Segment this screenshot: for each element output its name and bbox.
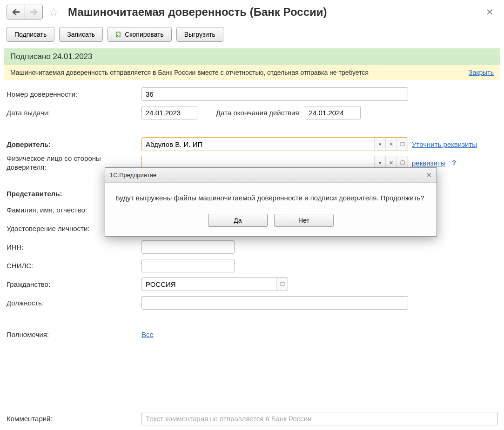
principal-input[interactable] — [142, 138, 374, 151]
citizenship-input[interactable] — [142, 278, 276, 291]
refine-person-link[interactable]: реквизиты — [412, 159, 446, 167]
label-citizenship: Гражданство: — [7, 280, 141, 288]
open-icon[interactable]: ❐ — [276, 278, 288, 291]
copy-button[interactable]: Скопировать — [108, 27, 172, 42]
label-end-date: Дата окончания действия: — [216, 109, 301, 117]
clear-icon[interactable]: ✕ — [385, 138, 396, 151]
dialog-no-button[interactable]: Нет — [274, 214, 334, 227]
label-powers: Полномочия: — [7, 331, 141, 338]
export-button[interactable]: Выгрузить — [176, 27, 223, 42]
label-issue-date: Дата выдачи: — [7, 109, 141, 117]
info-bar: Машиночитаемая доверенность отправляется… — [4, 65, 500, 80]
label-snils: СНИЛС: — [7, 262, 141, 270]
dialog-yes-button[interactable]: Да — [208, 214, 268, 227]
principal-lookup[interactable]: ▾ ✕ ❐ — [141, 137, 408, 151]
dialog-close-icon[interactable]: ✕ — [426, 171, 432, 179]
page-title: Машиночитаемая доверенность (Банк России… — [68, 6, 480, 19]
label-number: Номер доверенности: — [7, 90, 141, 98]
sign-button[interactable]: Подписать — [7, 27, 54, 42]
number-input[interactable] — [141, 87, 408, 101]
dropdown-icon[interactable]: ▾ — [374, 138, 385, 151]
issue-date-input[interactable] — [141, 106, 197, 119]
save-button[interactable]: Записать — [59, 27, 103, 42]
snils-input[interactable] — [141, 259, 235, 272]
citizenship-lookup[interactable]: ❐ — [141, 277, 288, 291]
nav-back-button[interactable]: 🡨 — [7, 5, 25, 19]
open-icon[interactable]: ❐ — [396, 138, 408, 151]
powers-link[interactable]: Все — [141, 331, 154, 338]
label-position: Должность: — [7, 299, 141, 307]
copy-button-label: Скопировать — [125, 31, 164, 38]
refine-principal-link[interactable]: Уточнить реквизиты — [412, 140, 477, 148]
confirm-dialog: 1С:Предприятие ✕ Будут выгружены файлы м… — [105, 167, 437, 237]
info-close-link[interactable]: Закрыть — [469, 69, 494, 76]
star-icon[interactable]: ☆ — [48, 6, 59, 19]
label-principal: Доверитель: — [7, 140, 141, 148]
status-bar: Подписано 24.01.2023 — [4, 48, 500, 65]
label-inn: ИНН: — [7, 243, 141, 251]
close-icon[interactable]: ✕ — [482, 7, 497, 18]
nav-forward-button[interactable]: 🡪 — [25, 5, 42, 19]
position-input[interactable] — [141, 296, 408, 310]
dialog-message: Будут выгружены файлы машиночитаемой дов… — [115, 194, 426, 202]
end-date-input[interactable] — [305, 106, 361, 119]
help-icon[interactable]: ? — [452, 159, 457, 166]
inn-input[interactable] — [141, 240, 235, 254]
copy-icon — [115, 31, 122, 38]
dialog-title: 1С:Предприятие — [110, 172, 156, 179]
info-text: Машиночитаемая доверенность отправляется… — [10, 69, 369, 76]
